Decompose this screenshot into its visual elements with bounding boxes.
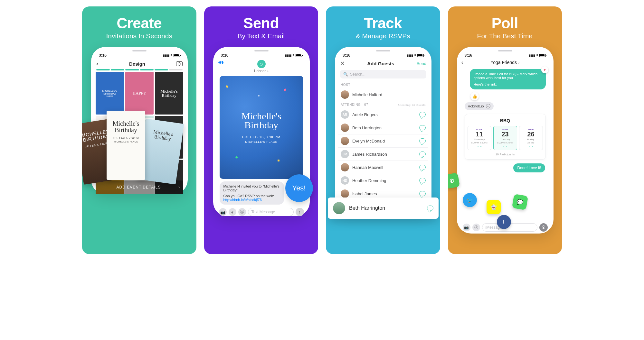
avatar: AR xyxy=(341,110,349,119)
template-tile[interactable]: michelle's birthday xyxy=(155,116,183,159)
template-grid[interactable]: MICHELLE'S BIRTHDAY10/2019 HAPPY Michell… xyxy=(94,72,185,194)
chat-icon[interactable] xyxy=(419,178,426,183)
status-bar: 3:16 ▮▮▮▮⌔ xyxy=(460,52,550,59)
done-message: Done! Love it! xyxy=(513,163,545,172)
link-pill[interactable]: Hobnob.io ✦ xyxy=(465,102,494,110)
status-time: 3:16 xyxy=(221,53,229,58)
design-topbar: ‹ Design xyxy=(94,59,185,69)
screen-title: Design xyxy=(129,61,145,67)
invitation-image[interactable]: Michelle's Birthday FRI FEB 16, 7:00PM M… xyxy=(220,76,303,179)
status-time: 3:16 xyxy=(99,53,107,58)
poll-date-option[interactable]: MAR26FridayAll-day✓ 1 xyxy=(519,126,543,150)
camera-icon[interactable] xyxy=(176,61,183,66)
host-row[interactable]: Michelle Halford xyxy=(338,88,428,101)
compass-icon: ✦ xyxy=(486,104,490,108)
poll-card[interactable]: BBQ MAR11Thursday6:00PM-9:30PM✓ 6MAR23Tu… xyxy=(465,114,546,160)
appstore-icon[interactable]: Ⓐ xyxy=(472,224,480,231)
back-icon[interactable]: ‹1 xyxy=(218,59,224,65)
chat-header: ‹1 ☺ Hobnob › xyxy=(216,59,307,75)
panel-subtitle: Invitations In Seconds xyxy=(91,32,187,40)
facebook-icon: f xyxy=(497,215,511,229)
status-time: 3:16 xyxy=(343,53,350,58)
yes-button[interactable]: Yes! xyxy=(285,174,313,202)
host-section-header: HOST xyxy=(338,81,428,88)
heart-reaction-icon[interactable]: ♥ xyxy=(541,66,548,73)
contact-name: Hobnob › xyxy=(216,69,307,73)
signal-icon: ▮▮▮▮ xyxy=(163,54,169,57)
camera-icon[interactable]: 📷 xyxy=(219,208,227,216)
panel-subtitle: & Manage RSVPs xyxy=(335,32,431,40)
back-icon[interactable]: ‹ xyxy=(461,59,463,66)
rsvp-link[interactable]: http://hbnb.io/e/alsdkjf76 xyxy=(223,198,262,202)
screen-title: Add Guests xyxy=(367,61,394,66)
poll-date-option[interactable]: MAR23Tuesday8:00PM-9:30PM✓ 3 xyxy=(493,126,517,150)
template-tile[interactable]: Michelle's Birthday xyxy=(125,116,154,159)
avatar: JR xyxy=(341,150,349,158)
avatar xyxy=(341,163,349,171)
panel-title: Track xyxy=(335,15,431,31)
screenshots-row: Create Invitations In Seconds 3:16 ▮▮▮▮ … xyxy=(82,6,562,254)
back-icon[interactable]: ‹ xyxy=(96,60,98,67)
chat-icon[interactable] xyxy=(419,112,426,117)
chat-icon[interactable] xyxy=(419,152,426,157)
avatar xyxy=(341,90,349,99)
progress-segments xyxy=(94,69,185,72)
heart-hands-icon[interactable]: ❦ xyxy=(229,208,236,216)
status-bar: 3:16 ▮▮▮▮⌔ xyxy=(216,52,307,59)
panel-send: Send By Text & Email 3:16 ▮▮▮▮⌔ ‹1 ☺ Hob… xyxy=(204,6,318,254)
audio-wave-icon[interactable]: ⦿ xyxy=(539,223,548,232)
chat-icon[interactable] xyxy=(427,206,433,211)
phone-frame: 3:16 ▮▮▮▮⌔ ‹1 ☺ Hobnob › Michelle's Birt… xyxy=(213,47,310,216)
guest-row[interactable]: JRJames Richardson xyxy=(338,147,428,161)
guest-row[interactable]: Evelyn McDonald xyxy=(338,134,428,147)
chevron-right-icon: › xyxy=(178,185,180,189)
panel-subtitle: For The Best Time xyxy=(457,32,553,40)
avatar xyxy=(341,137,349,145)
status-bar: 3:16 ▮▮▮▮⌔ xyxy=(338,52,428,59)
outgoing-message: ♥ I made a Time Poll for BBQ - Mark whic… xyxy=(470,69,546,89)
notch xyxy=(376,50,390,51)
panel-track: Track & Manage RSVPs 3:16 ▮▮▮▮⌔ ✕ Add Gu… xyxy=(326,6,440,254)
message-input-bar: 📷 ❦ Ⓐ Text Message ↑ xyxy=(216,206,307,216)
chat-icon[interactable] xyxy=(419,125,426,130)
thumbs-up-reaction-icon[interactable]: 👍 xyxy=(470,92,479,100)
panel-title: Create xyxy=(91,15,187,31)
guest-row[interactable]: Hannah Maxwell xyxy=(338,161,428,174)
guest-row[interactable]: HDHeather Demming xyxy=(338,174,428,187)
guest-row[interactable]: Beth Harrington xyxy=(338,121,428,134)
send-icon[interactable]: ↑ xyxy=(296,208,304,216)
chat-icon[interactable] xyxy=(419,138,426,143)
phone-frame: 3:16 ▮▮▮▮ ⌔ ‹ Design MICHELLE'S BIRTHDAY… xyxy=(91,47,188,194)
contact-avatar[interactable]: ☺ xyxy=(257,60,266,68)
wifi-icon: ⌔ xyxy=(170,53,173,57)
poll-date-option[interactable]: MAR11Thursday6:00PM-9:30PM✓ 6 xyxy=(468,126,491,150)
guest-row[interactable]: ARAdele Rogers xyxy=(338,108,428,121)
chat-icon[interactable] xyxy=(419,191,426,196)
template-tile[interactable]: Michelle's Birthday xyxy=(155,72,183,115)
chat-icon[interactable] xyxy=(419,165,426,170)
messages-icon: 💬 xyxy=(512,194,528,210)
twitter-icon: 🐦 xyxy=(463,193,477,207)
close-icon[interactable]: ✕ xyxy=(340,60,345,67)
panel-poll: Poll For The Best Time 3:16 ▮▮▮▮⌔ ‹ Yoga… xyxy=(448,6,562,254)
avatar: HD xyxy=(341,176,349,185)
appstore-icon[interactable]: Ⓐ xyxy=(238,208,246,216)
snapchat-icon: 👻 xyxy=(487,200,501,214)
template-tile[interactable]: MICHELLE'S BIRTHDAY xyxy=(96,116,124,159)
send-button[interactable]: Send xyxy=(417,61,426,66)
notch xyxy=(498,50,512,51)
message-input[interactable]: Text Message xyxy=(248,208,294,216)
floating-guest-card[interactable]: Beth Harrington xyxy=(328,198,439,219)
avatar xyxy=(341,189,349,198)
camera-icon[interactable]: 📷 xyxy=(463,224,470,231)
add-event-details-button[interactable]: ADD EVENT DETAILS › xyxy=(96,180,183,194)
panel-subtitle: By Text & Email xyxy=(213,32,309,40)
status-time: 3:16 xyxy=(465,53,472,58)
template-tile[interactable]: HAPPY xyxy=(125,72,154,115)
search-icon: 🔍 xyxy=(343,72,348,77)
attending-section-header: ATTENDING - 67Attending: 67 Guests xyxy=(338,101,428,108)
search-input[interactable]: 🔍 Search... xyxy=(340,70,426,78)
status-right: ▮▮▮▮ ⌔ xyxy=(163,53,180,57)
avatar xyxy=(341,124,349,132)
template-tile[interactable]: MICHELLE'S BIRTHDAY10/2019 xyxy=(96,72,124,115)
